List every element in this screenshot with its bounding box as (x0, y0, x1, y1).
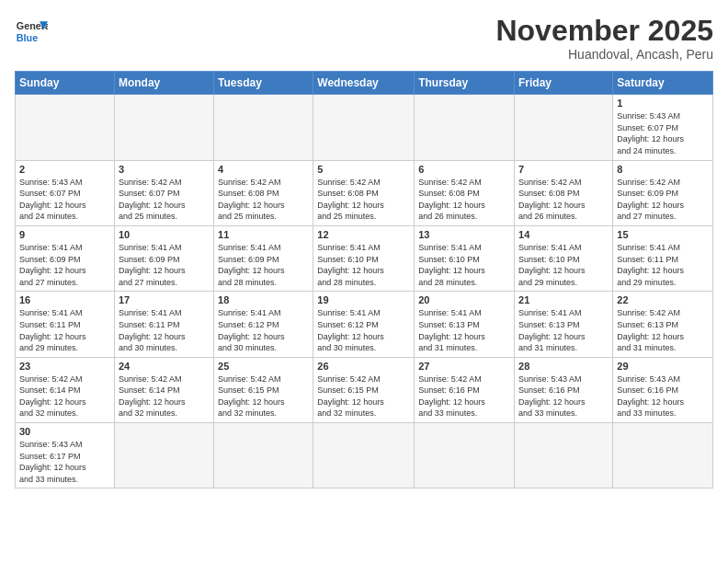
calendar-day-cell: 14Sunrise: 5:41 AM Sunset: 6:10 PM Dayli… (515, 225, 613, 291)
day-number: 18 (218, 294, 309, 305)
generalblue-logo-icon: General Blue (15, 15, 48, 48)
calendar-day-header: Sunday (16, 72, 115, 95)
day-info: Sunrise: 5:43 AM Sunset: 6:07 PM Dayligh… (617, 110, 709, 156)
calendar-day-cell: 15Sunrise: 5:41 AM Sunset: 6:11 PM Dayli… (613, 225, 713, 291)
day-number: 13 (418, 229, 510, 240)
calendar-day-cell: 21Sunrise: 5:41 AM Sunset: 6:13 PM Dayli… (515, 292, 613, 357)
day-info: Sunrise: 5:43 AM Sunset: 6:07 PM Dayligh… (19, 177, 110, 223)
calendar-day-cell: 27Sunrise: 5:42 AM Sunset: 6:16 PM Dayli… (415, 357, 515, 422)
calendar-day-cell (613, 423, 713, 488)
calendar-day-cell: 25Sunrise: 5:42 AM Sunset: 6:15 PM Dayli… (214, 357, 313, 422)
calendar-day-cell: 18Sunrise: 5:41 AM Sunset: 6:12 PM Dayli… (214, 292, 313, 357)
day-number: 23 (19, 361, 110, 372)
calendar-day-cell (16, 95, 115, 160)
day-number: 15 (617, 229, 709, 240)
calendar-day-cell: 6Sunrise: 5:42 AM Sunset: 6:08 PM Daylig… (415, 160, 515, 225)
calendar-day-cell (114, 423, 213, 488)
calendar-day-header: Friday (515, 72, 613, 95)
day-info: Sunrise: 5:41 AM Sunset: 6:12 PM Dayligh… (218, 307, 309, 353)
day-info: Sunrise: 5:42 AM Sunset: 6:09 PM Dayligh… (617, 177, 709, 223)
calendar-day-header: Monday (114, 72, 213, 95)
calendar-day-cell: 22Sunrise: 5:42 AM Sunset: 6:13 PM Dayli… (613, 292, 713, 357)
calendar-week-row: 2Sunrise: 5:43 AM Sunset: 6:07 PM Daylig… (16, 160, 713, 225)
calendar-day-cell: 20Sunrise: 5:41 AM Sunset: 6:13 PM Dayli… (415, 292, 515, 357)
calendar-day-cell: 30Sunrise: 5:43 AM Sunset: 6:17 PM Dayli… (16, 423, 115, 488)
day-info: Sunrise: 5:43 AM Sunset: 6:16 PM Dayligh… (617, 373, 709, 419)
calendar-day-header: Tuesday (214, 72, 313, 95)
day-info: Sunrise: 5:42 AM Sunset: 6:07 PM Dayligh… (119, 177, 210, 223)
calendar-day-cell: 24Sunrise: 5:42 AM Sunset: 6:14 PM Dayli… (114, 357, 213, 422)
calendar-day-cell: 1Sunrise: 5:43 AM Sunset: 6:07 PM Daylig… (613, 95, 713, 160)
calendar-day-cell: 13Sunrise: 5:41 AM Sunset: 6:10 PM Dayli… (415, 225, 515, 291)
day-number: 29 (617, 361, 709, 372)
day-info: Sunrise: 5:43 AM Sunset: 6:17 PM Dayligh… (19, 439, 110, 485)
day-info: Sunrise: 5:42 AM Sunset: 6:15 PM Dayligh… (317, 373, 410, 419)
calendar-day-cell: 5Sunrise: 5:42 AM Sunset: 6:08 PM Daylig… (313, 160, 415, 225)
day-info: Sunrise: 5:41 AM Sunset: 6:11 PM Dayligh… (617, 242, 709, 288)
calendar-day-cell: 10Sunrise: 5:41 AM Sunset: 6:09 PM Dayli… (114, 225, 213, 291)
calendar-day-header: Saturday (613, 72, 713, 95)
day-number: 6 (418, 164, 510, 175)
calendar-day-cell: 16Sunrise: 5:41 AM Sunset: 6:11 PM Dayli… (16, 292, 115, 357)
calendar-day-cell (415, 423, 515, 488)
day-info: Sunrise: 5:41 AM Sunset: 6:12 PM Dayligh… (317, 307, 410, 353)
calendar-day-cell (515, 423, 613, 488)
calendar-day-cell (313, 423, 415, 488)
day-number: 21 (518, 294, 609, 305)
day-number: 3 (119, 164, 210, 175)
calendar-day-cell: 4Sunrise: 5:42 AM Sunset: 6:08 PM Daylig… (214, 160, 313, 225)
day-number: 25 (218, 361, 309, 372)
calendar-week-row: 9Sunrise: 5:41 AM Sunset: 6:09 PM Daylig… (16, 225, 713, 291)
day-number: 4 (218, 164, 309, 175)
day-number: 8 (617, 164, 709, 175)
day-info: Sunrise: 5:41 AM Sunset: 6:10 PM Dayligh… (518, 242, 609, 288)
day-number: 22 (617, 294, 709, 305)
day-info: Sunrise: 5:42 AM Sunset: 6:08 PM Dayligh… (418, 177, 510, 223)
svg-text:Blue: Blue (17, 32, 38, 43)
calendar-day-cell: 9Sunrise: 5:41 AM Sunset: 6:09 PM Daylig… (16, 225, 115, 291)
day-number: 14 (518, 229, 609, 240)
day-info: Sunrise: 5:41 AM Sunset: 6:10 PM Dayligh… (317, 242, 410, 288)
month-title: November 2025 (495, 15, 713, 47)
calendar-day-cell: 7Sunrise: 5:42 AM Sunset: 6:08 PM Daylig… (515, 160, 613, 225)
day-number: 28 (518, 361, 609, 372)
page-header: General Blue November 2025 Huandoval, An… (15, 15, 713, 62)
day-info: Sunrise: 5:43 AM Sunset: 6:16 PM Dayligh… (518, 373, 609, 419)
day-number: 19 (317, 294, 410, 305)
calendar-day-cell: 17Sunrise: 5:41 AM Sunset: 6:11 PM Dayli… (114, 292, 213, 357)
day-info: Sunrise: 5:42 AM Sunset: 6:16 PM Dayligh… (418, 373, 510, 419)
day-number: 27 (418, 361, 510, 372)
calendar-title-area: November 2025 Huandoval, Ancash, Peru (495, 15, 713, 62)
day-info: Sunrise: 5:41 AM Sunset: 6:11 PM Dayligh… (19, 307, 110, 353)
calendar-week-row: 30Sunrise: 5:43 AM Sunset: 6:17 PM Dayli… (16, 423, 713, 488)
day-info: Sunrise: 5:41 AM Sunset: 6:10 PM Dayligh… (418, 242, 510, 288)
calendar-day-cell (415, 95, 515, 160)
calendar-day-cell: 12Sunrise: 5:41 AM Sunset: 6:10 PM Dayli… (313, 225, 415, 291)
day-info: Sunrise: 5:42 AM Sunset: 6:15 PM Dayligh… (218, 373, 309, 419)
calendar-day-cell: 28Sunrise: 5:43 AM Sunset: 6:16 PM Dayli… (515, 357, 613, 422)
day-info: Sunrise: 5:42 AM Sunset: 6:13 PM Dayligh… (617, 307, 709, 353)
day-number: 17 (119, 294, 210, 305)
calendar-day-cell: 23Sunrise: 5:42 AM Sunset: 6:14 PM Dayli… (16, 357, 115, 422)
day-number: 12 (317, 229, 410, 240)
day-info: Sunrise: 5:41 AM Sunset: 6:13 PM Dayligh… (418, 307, 510, 353)
calendar-header-row: SundayMondayTuesdayWednesdayThursdayFrid… (16, 72, 713, 95)
calendar-day-cell: 2Sunrise: 5:43 AM Sunset: 6:07 PM Daylig… (16, 160, 115, 225)
logo: General Blue (15, 15, 48, 48)
calendar-day-cell (214, 95, 313, 160)
day-info: Sunrise: 5:42 AM Sunset: 6:08 PM Dayligh… (518, 177, 609, 223)
calendar-day-cell (313, 95, 415, 160)
calendar-day-cell (515, 95, 613, 160)
day-number: 7 (518, 164, 609, 175)
calendar-day-cell (214, 423, 313, 488)
calendar-week-row: 16Sunrise: 5:41 AM Sunset: 6:11 PM Dayli… (16, 292, 713, 357)
day-number: 9 (19, 229, 110, 240)
calendar-week-row: 1Sunrise: 5:43 AM Sunset: 6:07 PM Daylig… (16, 95, 713, 160)
day-info: Sunrise: 5:42 AM Sunset: 6:14 PM Dayligh… (119, 373, 210, 419)
day-info: Sunrise: 5:41 AM Sunset: 6:11 PM Dayligh… (119, 307, 210, 353)
calendar-day-header: Thursday (415, 72, 515, 95)
calendar-day-cell: 3Sunrise: 5:42 AM Sunset: 6:07 PM Daylig… (114, 160, 213, 225)
day-number: 10 (119, 229, 210, 240)
day-info: Sunrise: 5:41 AM Sunset: 6:09 PM Dayligh… (119, 242, 210, 288)
day-info: Sunrise: 5:42 AM Sunset: 6:08 PM Dayligh… (317, 177, 410, 223)
